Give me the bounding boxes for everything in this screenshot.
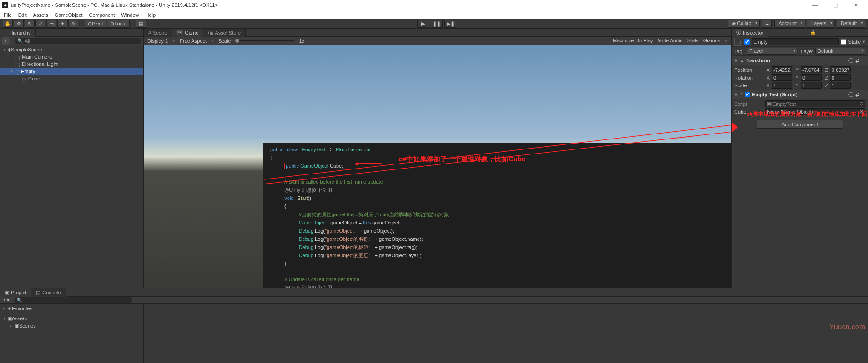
project-create-button[interactable]: + ▾ bbox=[3, 297, 10, 303]
rot-x[interactable] bbox=[772, 74, 792, 81]
inspector-menu-icon[interactable]: ⋮ bbox=[858, 30, 868, 35]
help-icon[interactable]: ⓘ bbox=[848, 57, 853, 64]
reset-icon[interactable]: ⇄ bbox=[855, 92, 859, 98]
gizmos-dropdown[interactable]: Gizmos bbox=[703, 38, 720, 44]
transform-tool[interactable]: ✦ bbox=[57, 20, 67, 28]
window-title: unityProjectName - SampleScene - PC, Mac… bbox=[11, 2, 805, 8]
main-toolbar: ✋ ✥ ↻ ⤢ ▭ ✦ ✎ ⊙ Pivot ⊕ Local ▦ ▶ ❚❚ ▶❚ … bbox=[0, 19, 868, 29]
name-field[interactable] bbox=[752, 38, 839, 45]
scale-slider[interactable] bbox=[235, 40, 294, 41]
account-dropdown[interactable]: Account bbox=[774, 20, 805, 28]
hierarchy-panel: ≡ Hierarchy ⋮ + 🔍 All ▼◈ SampleScene Mai… bbox=[0, 29, 144, 288]
layers-dropdown[interactable]: Layers bbox=[807, 20, 835, 28]
reset-icon[interactable]: ⇄ bbox=[855, 58, 859, 64]
script-enabled-checkbox[interactable] bbox=[745, 92, 750, 97]
project-search[interactable]: 🔍 bbox=[14, 297, 132, 303]
menu-window[interactable]: Window bbox=[121, 12, 139, 18]
assets-row[interactable]: ▼▣ Assets bbox=[0, 315, 143, 322]
pos-y[interactable] bbox=[801, 66, 822, 73]
project-tab[interactable]: ▣ Project bbox=[0, 288, 31, 297]
display-dropdown[interactable]: Display 1 bbox=[147, 38, 168, 44]
layout-dropdown[interactable]: Default bbox=[837, 20, 865, 28]
menu-help[interactable]: Help bbox=[145, 12, 156, 18]
project-menu-icon[interactable]: ⋮ bbox=[858, 288, 868, 296]
stats-toggle[interactable]: Stats bbox=[687, 38, 699, 44]
tag-dropdown[interactable]: Player bbox=[747, 48, 797, 55]
scene-row[interactable]: ▼◈ SampleScene bbox=[0, 46, 143, 53]
console-tab[interactable]: ▤ Console bbox=[31, 288, 66, 297]
scale-z[interactable] bbox=[830, 82, 851, 89]
mute-audio[interactable]: Mute Audio bbox=[658, 38, 683, 44]
scenes-row[interactable]: ▸▣ Scenes bbox=[0, 322, 143, 329]
close-button[interactable]: ✕ bbox=[846, 0, 866, 10]
scale-x[interactable] bbox=[772, 82, 792, 89]
collab-dropdown[interactable]: ◈ Collab bbox=[728, 20, 760, 28]
rot-z[interactable] bbox=[830, 74, 851, 81]
game-tab[interactable]: 🎮 Game bbox=[172, 29, 203, 37]
hierarchy-item-empty[interactable]: ▼Empty bbox=[0, 68, 143, 75]
hand-tool[interactable]: ✋ bbox=[3, 20, 13, 28]
local-toggle[interactable]: ⊕ Local bbox=[107, 20, 129, 28]
game-view[interactable]: public class EmptyTest : MonoBehaviour {… bbox=[144, 45, 731, 288]
pos-x[interactable] bbox=[772, 66, 792, 73]
pivot-toggle[interactable]: ⊙ Pivot bbox=[85, 20, 106, 28]
scene-tab[interactable]: # Scene bbox=[144, 29, 172, 37]
scale-label: Scale bbox=[734, 83, 763, 88]
hierarchy-menu-icon[interactable]: ⋮ bbox=[133, 30, 143, 35]
layer-label: Layer bbox=[799, 49, 813, 54]
static-checkbox[interactable] bbox=[841, 39, 846, 45]
aspect-dropdown[interactable]: Free Aspect bbox=[180, 38, 207, 44]
hierarchy-create-button[interactable]: + bbox=[2, 37, 10, 45]
watermark: Yuucn.com bbox=[829, 323, 865, 331]
annotation-1: c#中如果添加了一个属性对象，比如Cube bbox=[399, 155, 525, 164]
transform-header[interactable]: ▼⋏ Transform ⓘ ⇄ ⋮ bbox=[732, 56, 868, 65]
play-button[interactable]: ▶ bbox=[417, 20, 429, 28]
asset-store-tab[interactable]: 🛍 Asset Store bbox=[203, 29, 246, 37]
pause-button[interactable]: ❚❚ bbox=[431, 20, 443, 28]
menu-edit[interactable]: Edit bbox=[18, 12, 27, 18]
scale-y[interactable] bbox=[801, 82, 822, 89]
annotation-2: c#脚本添加的属性对象，会同时前动添加到本下面 bbox=[747, 110, 867, 118]
script-component-header[interactable]: ▼# Empty Test (Script) ⓘ ⇄ ⋮ bbox=[732, 90, 868, 99]
rotate-tool[interactable]: ↻ bbox=[25, 20, 35, 28]
menu-assets[interactable]: Assets bbox=[33, 12, 48, 18]
pos-z[interactable] bbox=[830, 66, 851, 73]
maximize-button[interactable]: ▢ bbox=[825, 0, 846, 10]
script-file-icon: ▣ bbox=[767, 101, 772, 107]
window-titlebar: ◆ unityProjectName - SampleScene - PC, M… bbox=[0, 0, 868, 10]
component-menu-icon[interactable]: ⋮ bbox=[861, 58, 866, 64]
position-label: Position bbox=[734, 67, 763, 73]
menu-file[interactable]: File bbox=[4, 12, 12, 18]
scale-label: Scale bbox=[218, 38, 231, 44]
script-field[interactable]: ▣EmptyTest⊙ bbox=[765, 100, 865, 107]
inspector-lock-icon[interactable]: 🔒 bbox=[807, 30, 819, 35]
gameobject-icon: ⬚ bbox=[734, 38, 742, 46]
move-tool[interactable]: ✥ bbox=[14, 20, 24, 28]
maximize-on-play[interactable]: Maximize On Play bbox=[613, 38, 653, 44]
hierarchy-item-light[interactable]: Directional Light bbox=[0, 60, 143, 68]
center-menu-icon[interactable]: ⋮ bbox=[721, 30, 731, 35]
hierarchy-item-camera[interactable]: Main Camera bbox=[0, 53, 143, 60]
code-editor-overlay: public class EmptyTest : MonoBehaviour {… bbox=[263, 143, 731, 288]
hierarchy-search[interactable]: 🔍 All bbox=[15, 38, 141, 44]
scale-tool[interactable]: ⤢ bbox=[35, 20, 45, 28]
layer-dropdown[interactable]: Default bbox=[815, 48, 865, 55]
snap-tool[interactable]: ▦ bbox=[136, 20, 146, 28]
custom-tool[interactable]: ✎ bbox=[68, 20, 78, 28]
help-icon[interactable]: ⓘ bbox=[848, 91, 853, 98]
active-checkbox[interactable] bbox=[744, 39, 750, 45]
rot-y[interactable] bbox=[801, 74, 822, 81]
menu-component[interactable]: Component bbox=[89, 12, 115, 18]
minimize-button[interactable]: — bbox=[805, 0, 825, 10]
hierarchy-item-cube[interactable]: Cube bbox=[0, 75, 143, 82]
hierarchy-tab[interactable]: ≡ Hierarchy bbox=[0, 29, 36, 37]
inspector-tab[interactable]: ⓘ Inspector bbox=[732, 29, 768, 37]
rect-tool[interactable]: ▭ bbox=[46, 20, 56, 28]
cloud-button[interactable]: ☁ bbox=[762, 20, 772, 28]
menubar: File Edit Assets GameObject Component Wi… bbox=[0, 10, 868, 19]
menu-gameobject[interactable]: GameObject bbox=[55, 12, 83, 18]
component-menu-icon[interactable]: ⋮ bbox=[861, 92, 866, 98]
step-button[interactable]: ▶❚ bbox=[444, 20, 456, 28]
favorites-row[interactable]: ▸★ Favorites bbox=[0, 305, 143, 312]
add-component-button[interactable]: Add Component bbox=[757, 120, 843, 129]
